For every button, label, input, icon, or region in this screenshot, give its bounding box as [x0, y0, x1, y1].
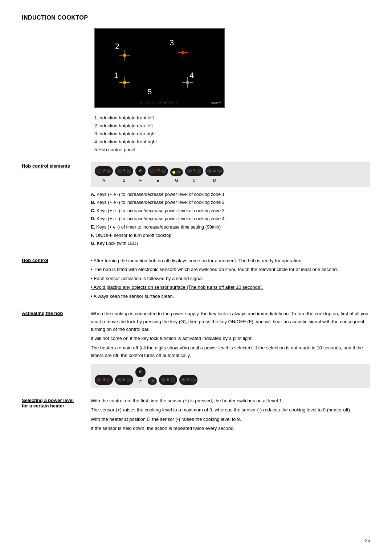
activating-hob-para-3: The heaters remain off (all the digits s…	[91, 344, 370, 360]
zone-2-dot	[123, 54, 126, 57]
act-zone-f: ⏻ F	[135, 367, 146, 385]
numbered-list: 1.Induction hotplate front left 2.Induct…	[94, 114, 370, 154]
hob-control-elements-content: + 2 - A + 3 - B ⏻ F	[91, 163, 370, 248]
act-zone-2: + 0 -	[115, 375, 133, 385]
control-zone-b: + 3 - B	[115, 166, 133, 184]
hob-control-bullet-4: • Avoid placing any objects on sensor su…	[91, 283, 370, 291]
zone-5-label: 5	[148, 88, 152, 96]
list-item: 4.Induction hotplate front right	[94, 138, 370, 146]
list-item: 3.Induction hotplate rear right	[94, 130, 370, 138]
control-zone-f: ⏻ F	[135, 166, 146, 184]
activating-hob-content: When the cooktop is connected to the pow…	[91, 310, 370, 388]
hob-control-elements-section: Hob control elements + 2 - A + 3 - B	[22, 163, 370, 248]
act-zone-arrow: ⟲	[148, 377, 157, 385]
activating-diagram: + 0 - + 0 - ⏻ F	[91, 364, 370, 388]
hob-control-content: • After turning the induction hob on all…	[91, 257, 370, 301]
hob-control-bullet-5: • Always keep the sensor surface clean.	[91, 292, 370, 300]
zone-4-label: 4	[189, 71, 194, 80]
control-bar: □□ □□□ □□ □□□ ■ □□□□ □□	[95, 101, 224, 104]
hob-control-bullet-2: • The hob is fitted with electronic sens…	[91, 266, 370, 273]
control-zone-d: + 4 - D	[205, 166, 224, 184]
activating-hob-section: Activating the hob When the cooktop is c…	[22, 310, 370, 388]
brand-logo: Foxter™	[209, 101, 221, 104]
zone-1-dot	[123, 81, 126, 84]
hob-control-section: Hob control • After turning the inductio…	[22, 257, 370, 301]
cooktop-diagram: 2 3 1 4 5 □□ □□□ □□ □□□ ■ □□□□ □□ Foxter…	[94, 28, 225, 108]
list-item: 2.Induction hotplate rear left	[94, 122, 370, 130]
selecting-bullet-2: The sensor (+) raises the cooking level …	[91, 406, 370, 414]
control-zone-c: + 3 - C	[185, 166, 203, 184]
zone-4-dot	[186, 81, 189, 84]
hob-control-diagram: + 2 - A + 3 - B ⏻ F	[91, 163, 370, 187]
section-label-activating-hob: Activating the hob	[22, 310, 91, 316]
selecting-power-content: With the control on, the first time the …	[91, 397, 370, 434]
control-zone-g: ⟲ G	[170, 168, 183, 184]
hob-control-bullet-3: • Each sensor activation is followed by …	[91, 275, 370, 282]
list-item: 1.Induction hotplate front left	[94, 114, 370, 122]
zone-1-label: 1	[114, 71, 118, 80]
section-label-selecting-power: Selecting a power level for a certain he…	[22, 397, 91, 409]
page-number: 25	[365, 538, 370, 543]
zone-3-label: 3	[170, 38, 174, 48]
section-label-hob-control-elements: Hob control elements	[22, 163, 91, 169]
section-label-hob-control: Hob control	[22, 257, 91, 263]
list-item: 5.Hob control panel	[94, 146, 370, 154]
selecting-bullet-4: If the sensor is held down, the action i…	[91, 424, 370, 432]
selecting-bullet-1: With the control on, the first time the …	[91, 397, 370, 405]
hob-control-bullet-1: • After turning the induction hob on all…	[91, 257, 370, 264]
activating-hob-para-2: It will not come on if the key lock func…	[91, 335, 370, 342]
zone-2-label: 2	[115, 42, 119, 51]
key-info: A. Keys (+ e -) to increase/decrease pow…	[91, 191, 370, 247]
activating-hob-para-1: When the cooktop is connected to the pow…	[91, 310, 370, 333]
selecting-power-level-section: Selecting a power level for a certain he…	[22, 397, 370, 434]
act-zone-4: + 0 -	[179, 375, 197, 385]
cooktop-image-section: 2 3 1 4 5 □□ □□□ □□ □□□ ■ □□□□ □□ Foxter…	[94, 28, 370, 108]
zone-3-dot	[181, 51, 184, 54]
act-zone-1: + 0 -	[95, 375, 113, 385]
control-zone-e: + 22 - E	[148, 166, 168, 184]
page-title: INDUCTION COOKTOP	[22, 15, 370, 21]
selecting-bullet-3: With the heater at position 0, the senso…	[91, 415, 370, 423]
control-zone-a: + 2 - A	[95, 166, 113, 184]
act-zone-3: + 0 -	[159, 375, 177, 385]
